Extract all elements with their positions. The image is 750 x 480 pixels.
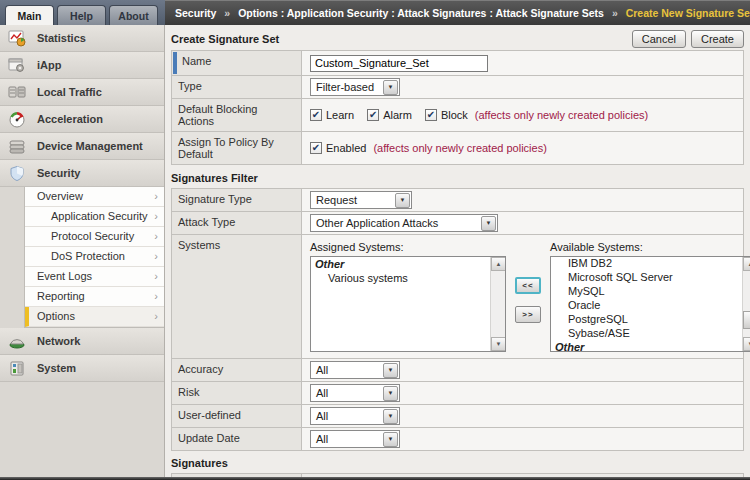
blocking-note: (affects only newly created policies) [475,109,648,121]
chevron-right-icon: › [154,187,158,206]
security-shield-icon [8,165,27,182]
user-defined-row: User-defined All ▼ [172,405,743,428]
systems-row: Systems Assigned Systems: Other Various … [172,235,743,359]
default-blocking-actions-row: Default Blocking Actions ✔ Learn ✔ Alarm… [172,99,743,132]
user-defined-select[interactable]: All ▼ [310,407,400,425]
assigned-systems-panel: Assigned Systems: Other Various systems … [310,241,506,352]
list-group-header: Other [551,340,741,351]
scrollbar[interactable]: ▲ ▼ [490,257,505,351]
list-item[interactable]: Various systems [311,271,489,285]
create-signature-set-table: Name Type Filter-based ▼ Default Blockin… [171,50,744,165]
assign-to-policy-row: Assign To Policy By Default ✔ Enabled (a… [172,132,743,165]
dropdown-arrow-icon[interactable]: ▼ [383,80,398,95]
create-button-top[interactable]: Create [691,30,744,48]
chevron-right-icon: › [154,207,158,226]
scroll-down-icon[interactable]: ▼ [743,337,750,351]
sidebar-item-protocol-security[interactable]: Protocol Security › [25,227,164,247]
risk-select-value: All [311,387,333,399]
risk-select[interactable]: All ▼ [310,384,400,402]
cancel-button-top[interactable]: Cancel [632,30,686,48]
scroll-up-icon[interactable]: ▲ [491,257,506,271]
submenu-label: Overview [37,190,83,202]
dropdown-arrow-icon[interactable]: ▼ [383,409,398,424]
sidebar-item-label: Statistics [37,32,86,44]
dropdown-arrow-icon[interactable]: ▼ [383,432,398,447]
scroll-up-icon[interactable]: ▲ [743,257,750,271]
submenu-label: Reporting [37,290,85,302]
alarm-checkbox[interactable]: ✔ [367,109,379,121]
learn-checkbox[interactable]: ✔ [310,109,322,121]
breadcrumb: Security » Options : Application Securit… [165,0,750,25]
block-checkbox[interactable]: ✔ [425,109,437,121]
move-right-button[interactable]: >> [515,306,541,323]
user-defined-select-value: All [311,410,333,422]
sidebar-item-statistics[interactable]: Statistics [0,25,164,52]
sidebar-item-system[interactable]: System [0,355,164,382]
enabled-checkbox-label: Enabled [326,142,366,154]
sidebar-item-local-traffic[interactable]: Local Traffic [0,79,164,106]
available-systems-listbox[interactable]: IBM DB2 Microsoft SQL Server MySQL Oracl… [550,256,750,352]
list-item[interactable]: Microsoft SQL Server [551,270,741,284]
main-content: Create Signature Set Cancel Create Name … [165,25,750,477]
breadcrumb-path: Options : Application Security : Attack … [238,7,604,19]
default-blocking-actions-label: Default Blocking Actions [172,99,302,131]
accuracy-row: Accuracy All ▼ [172,359,743,382]
iapp-icon [8,57,27,74]
assign-note: (affects only newly created policies) [373,142,546,154]
list-item[interactable]: Oracle [551,298,741,312]
chevron-right-icon: › [154,227,158,246]
accuracy-select[interactable]: All ▼ [310,361,400,379]
tab-help[interactable]: Help [57,5,106,25]
sidebar-item-dos-protection[interactable]: DoS Protection › [25,247,164,267]
risk-row: Risk All ▼ [172,382,743,405]
sidebar-item-label: System [37,362,76,374]
sidebar-item-options[interactable]: Options › [25,307,164,327]
transfer-buttons: << >> [515,277,541,323]
sidebar-item-reporting[interactable]: Reporting › [25,287,164,307]
enabled-checkbox[interactable]: ✔ [310,142,322,154]
scrollbar[interactable]: ▲ ▼ [742,257,750,351]
scrollbar-thumb[interactable] [743,311,750,329]
breadcrumb-current-page[interactable]: Create New Signature Set... [626,7,750,19]
list-item[interactable]: Sybase/ASE [551,326,741,340]
sidebar-item-iapp[interactable]: iApp [0,52,164,79]
type-select[interactable]: Filter-based ▼ [310,78,400,96]
available-systems-title: Available Systems: [550,241,750,253]
security-submenu: Overview › Application Security › Protoc… [24,187,164,328]
move-left-button[interactable]: << [515,277,541,294]
breadcrumb-separator-icon: » [224,7,230,19]
scroll-down-icon[interactable]: ▼ [491,337,506,351]
breadcrumb-separator-icon: » [612,7,618,19]
list-item[interactable]: IBM DB2 [551,256,741,270]
list-item[interactable]: PostgreSQL [551,312,741,326]
sidebar-item-application-security[interactable]: Application Security › [25,207,164,227]
attack-type-select[interactable]: Other Application Attacks ▼ [310,214,498,232]
tab-main[interactable]: Main [5,5,54,25]
sidebar-item-event-logs[interactable]: Event Logs › [25,267,164,287]
sidebar-item-label: Network [37,335,80,347]
acceleration-icon [8,111,27,128]
sidebar-item-network[interactable]: Network [0,328,164,355]
attack-type-row: Attack Type Other Application Attacks ▼ [172,212,743,235]
name-input[interactable] [310,55,488,72]
breadcrumb-section: Security [175,7,216,19]
sidebar-item-label: Local Traffic [37,86,102,98]
sidebar-item-acceleration[interactable]: Acceleration [0,106,164,133]
device-management-icon [8,138,27,155]
sidebar-item-overview[interactable]: Overview › [25,187,164,207]
update-date-select[interactable]: All ▼ [310,430,400,448]
tab-about[interactable]: About [109,5,158,25]
list-item[interactable]: MySQL [551,284,741,298]
submenu-label: Protocol Security [51,230,134,242]
dropdown-arrow-icon[interactable]: ▼ [395,193,410,208]
attack-type-label: Attack Type [172,212,302,234]
signature-type-select[interactable]: Request ▼ [310,191,412,209]
dropdown-arrow-icon[interactable]: ▼ [383,386,398,401]
update-date-select-value: All [311,433,333,445]
create-section-title: Create Signature Set [171,33,279,45]
dropdown-arrow-icon[interactable]: ▼ [481,216,496,231]
dropdown-arrow-icon[interactable]: ▼ [383,363,398,378]
sidebar-item-security[interactable]: Security [0,160,164,187]
assigned-systems-listbox[interactable]: Other Various systems ▲ ▼ [310,256,506,352]
sidebar-item-device-management[interactable]: Device Management [0,133,164,160]
